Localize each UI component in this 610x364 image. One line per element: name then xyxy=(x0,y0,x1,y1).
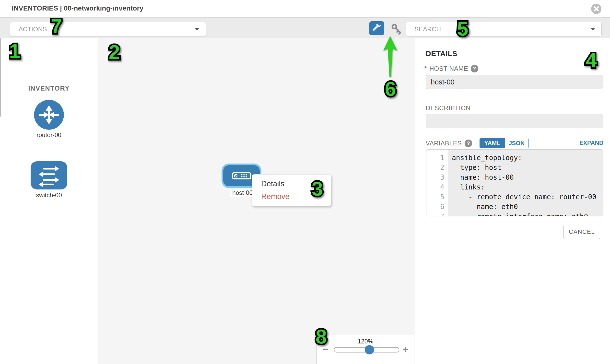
wrench-icon xyxy=(372,24,381,33)
close-icon xyxy=(591,4,601,14)
caret-down-icon xyxy=(195,28,199,31)
code-line: links: xyxy=(452,182,603,192)
description-label: DESCRIPTION xyxy=(426,104,470,112)
context-menu: Details Remove xyxy=(252,174,331,206)
code-line: ansible_topology: xyxy=(452,153,603,163)
context-menu-item-details[interactable]: Details xyxy=(261,180,331,188)
host-name-label-row: * HOST NAME ? xyxy=(424,65,478,72)
line-number: 2 xyxy=(427,163,444,173)
expand-link[interactable]: EXPAND xyxy=(579,140,603,146)
help-icon[interactable]: ? xyxy=(471,65,478,72)
code-line: remote_interface_name: eth0 xyxy=(452,212,603,216)
host-name-input[interactable] xyxy=(426,75,603,89)
topology-canvas[interactable]: host-00 Details Remove 120% − + xyxy=(98,38,415,364)
inventory-sidebar-title: INVENTORY xyxy=(0,85,98,92)
variables-label: VARIABLES xyxy=(426,140,462,147)
help-icon[interactable]: ? xyxy=(465,140,472,147)
details-panel-title: DETAILS xyxy=(426,50,457,58)
page-title: INVENTORIES | 00-networking-inventory xyxy=(12,4,143,12)
line-number: 7 xyxy=(427,212,444,216)
inventory-sidebar: INVENTORY router-00 xyxy=(0,38,98,364)
code-line: type: host xyxy=(452,163,603,173)
toolbar: ACTIONS SEARCH xyxy=(0,18,610,38)
key-icon[interactable] xyxy=(390,23,403,35)
caret-down-icon xyxy=(591,28,595,31)
sidebar-scroll-indicator[interactable] xyxy=(0,38,1,117)
code-line: name: eth0 xyxy=(452,202,603,212)
description-input[interactable] xyxy=(426,114,603,128)
cancel-button[interactable]: CANCEL xyxy=(563,225,600,239)
editor-code: ansible_topology: type: host name: host-… xyxy=(448,150,603,216)
zoom-control: 120% − + xyxy=(316,335,414,364)
code-line: name: host-00 xyxy=(452,173,603,182)
actions-dropdown-placeholder: ACTIONS xyxy=(19,26,195,33)
line-number: 3 xyxy=(427,173,444,182)
context-menu-item-remove[interactable]: Remove xyxy=(261,192,331,201)
line-number: 5 xyxy=(427,192,444,202)
inventory-topology-screen: INVENTORIES | 00-networking-inventory AC… xyxy=(0,0,610,364)
host-name-label: HOST NAME xyxy=(429,65,468,72)
zoom-slider[interactable] xyxy=(334,347,399,352)
details-panel: DETAILS * HOST NAME ? DESCRIPTION VARIAB… xyxy=(415,38,610,364)
host-node-label: host-00 xyxy=(230,189,255,197)
actions-dropdown[interactable]: ACTIONS xyxy=(10,22,206,37)
close-button[interactable] xyxy=(591,3,602,14)
router-icon xyxy=(36,102,62,128)
zoom-in-button[interactable]: + xyxy=(402,344,408,354)
switch-icon xyxy=(35,164,63,187)
zoom-level-label: 120% xyxy=(317,338,414,345)
toggle-toolbox-button[interactable] xyxy=(369,21,384,35)
editor-line-numbers: 1 2 3 4 5 6 7 xyxy=(427,150,448,216)
json-tab[interactable]: JSON xyxy=(505,138,529,148)
key-icon-glyph xyxy=(392,25,401,34)
search-dropdown[interactable]: SEARCH xyxy=(406,22,602,37)
page-header: INVENTORIES | 00-networking-inventory xyxy=(0,0,610,18)
zoom-out-button[interactable]: − xyxy=(323,344,328,354)
yaml-tab[interactable]: YAML xyxy=(480,138,505,148)
zoom-slider-thumb[interactable] xyxy=(365,345,374,354)
line-number: 6 xyxy=(427,202,444,212)
server-icon xyxy=(232,172,251,180)
sidebar-device-router-label: router-00 xyxy=(0,131,98,139)
code-line: - remote_device_name: router-00 xyxy=(452,192,603,202)
search-placeholder: SEARCH xyxy=(415,26,591,33)
variables-format-toggle: YAML JSON xyxy=(480,138,529,148)
sidebar-device-switch-label: switch-00 xyxy=(0,192,98,199)
sidebar-device-router[interactable] xyxy=(34,100,64,130)
variables-editor[interactable]: 1 2 3 4 5 6 7 ansible_topology: type: ho… xyxy=(426,149,603,216)
variables-row: VARIABLES ? YAML JSON xyxy=(426,138,529,148)
line-number: 4 xyxy=(427,182,444,192)
sidebar-device-switch[interactable] xyxy=(31,161,67,189)
required-asterisk: * xyxy=(424,65,427,72)
line-number: 1 xyxy=(427,153,444,163)
